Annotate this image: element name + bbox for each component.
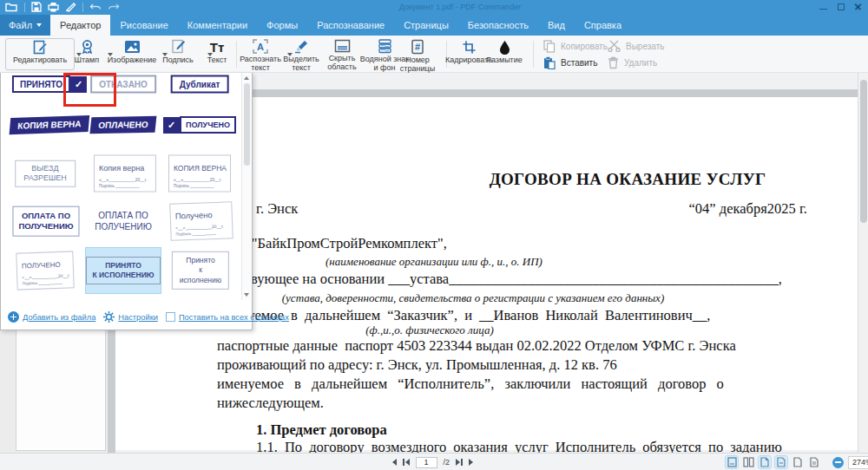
stamp-oplata-po-polucheniyu-plain[interactable]: ОПЛАТА ПОПОЛУЧЕНИЮ <box>95 210 152 232</box>
save-icon[interactable] <box>31 2 42 12</box>
pdf-editor-window: Документ 1.pdf - PDF Commander Файл Реда… <box>0 0 868 470</box>
delete-button: Удалить <box>608 56 657 69</box>
two-page-view-icon[interactable] <box>742 456 754 468</box>
maximize-button[interactable] <box>836 2 845 11</box>
tab-help[interactable]: Справка <box>575 15 631 36</box>
copy-button: Копировать <box>543 40 608 53</box>
open-file-icon[interactable] <box>5 2 18 12</box>
signature-button[interactable]: Подпись <box>158 37 198 71</box>
add-from-file-link[interactable]: Добавить из файла <box>8 311 95 323</box>
apply-all-pages-option[interactable]: Поставить на всех страницах <box>166 312 289 322</box>
fit-width-icon[interactable] <box>775 456 787 468</box>
stamp-prinyato-k-ispolneniyu[interactable]: Приняток исполнению <box>172 251 229 290</box>
divider <box>533 41 534 68</box>
cut-button: Вырезать <box>608 40 664 52</box>
blur-button[interactable]: Размытие <box>483 37 526 71</box>
stamp-kopiya-verna-caps-date[interactable]: КОПИЯ ВЕРНА«__»___________20__г.Подпись … <box>168 155 231 193</box>
executor-line-2: нижеследующем. <box>217 395 324 412</box>
stamp-oplacheno[interactable]: ОПЛАЧЕНО <box>89 116 156 134</box>
signature-icon <box>171 39 186 55</box>
print-icon[interactable] <box>48 2 59 12</box>
close-button[interactable] <box>853 2 863 11</box>
stamp-dublikat[interactable]: Дубликат <box>171 75 229 94</box>
edit-document-icon <box>32 40 48 55</box>
stamps-dropdown-panel: ПРИНЯТО ✓ ОТКАЗАНО Дубликат КОПИЯ ВЕРНА … <box>0 73 253 330</box>
panel-scroll-thumb[interactable] <box>244 83 250 166</box>
tab-pages[interactable]: Страницы <box>394 15 458 36</box>
stamp-prinyato-k-ispolneniyu-selected[interactable]: ПРИНЯТОК ИСПОЛНЕНИЮ <box>85 247 161 294</box>
passport-line: паспортные данные паспорт 4503 223344 вы… <box>217 337 736 355</box>
tab-comments[interactable]: Комментарии <box>178 15 257 36</box>
previous-page-icon[interactable] <box>392 459 397 466</box>
contract-date: “04” декабря2025 г. <box>575 200 807 218</box>
tab-editor[interactable]: Редактор <box>50 15 110 36</box>
zoom-out-button[interactable] <box>832 457 844 468</box>
text-button[interactable]: Tт Текст <box>199 37 235 71</box>
recognize-text-button[interactable]: A Распознать текст <box>238 37 283 71</box>
copy-icon <box>543 40 556 53</box>
scrollbar-thumb[interactable] <box>860 80 867 223</box>
divider <box>24 3 25 12</box>
scissors-icon <box>608 40 621 52</box>
recognize-text-icon: A <box>253 39 268 54</box>
tab-view[interactable]: Вид <box>538 15 575 36</box>
tab-recognition[interactable]: Распознавание <box>307 15 394 36</box>
page-info-icon[interactable] <box>808 456 820 468</box>
title-bar: Документ 1.pdf - PDF Commander <box>0 0 868 15</box>
add-icon <box>8 311 19 323</box>
tab-drawing[interactable]: Рисование <box>110 15 177 36</box>
menu-tab-bar: Файл Редактор Рисование Комментарии Форм… <box>0 15 868 36</box>
stamp-button[interactable]: Штамп <box>68 37 106 71</box>
all-pages-checkbox[interactable] <box>166 312 175 322</box>
selected-stamp-highlight: ПРИНЯТОК ИСПОЛНЕНИЮ <box>85 247 161 294</box>
first-page-icon[interactable] <box>403 459 410 466</box>
stamp-prinyato[interactable]: ПРИНЯТО ✓ <box>12 75 87 93</box>
zoom-level-select[interactable]: 274% <box>848 456 868 469</box>
page-number-icon: # <box>411 39 424 55</box>
trash-icon <box>608 56 619 69</box>
edit-mode-button[interactable]: Редактировать <box>7 37 73 71</box>
stamp-polucheno-date[interactable]: Получено«__»___________20__г.Подпись ___… <box>169 201 233 240</box>
stamp-kopiya-verna[interactable]: КОПИЯ ВЕРНА <box>10 115 90 134</box>
paste-button[interactable]: Вставить <box>543 56 597 69</box>
actual-size-icon[interactable] <box>792 456 804 468</box>
crop-icon <box>462 40 477 55</box>
basis-line: действующее на основании ___устава______… <box>217 271 816 288</box>
next-page-icon[interactable] <box>469 459 473 466</box>
stamp-polucheno-caps-date[interactable]: ПОЛУЧЕНО«__»___________20__г.Подпись ___… <box>16 251 74 290</box>
last-page-icon[interactable] <box>456 459 463 466</box>
vertical-scrollbar[interactable] <box>858 73 868 453</box>
scan-icon[interactable] <box>65 2 76 12</box>
tab-forms[interactable]: Формы <box>257 15 307 36</box>
executor-line-1: именуемое в дальнейшем “Исполнитель”, за… <box>217 375 724 393</box>
stamp-oplata-po-polucheniyu-border[interactable]: ОПЛАТА ПОПОЛУЧЕНИЮ <box>12 206 79 237</box>
tab-security[interactable]: Безопасность <box>458 15 538 36</box>
svg-text:A: A <box>257 42 264 52</box>
window-title: Документ 1.pdf - PDF Commander <box>365 3 556 11</box>
undo-icon[interactable] <box>89 3 102 12</box>
page-number-button[interactable]: # Номер страницы <box>396 37 439 71</box>
basis-caption: (устава, доверенности, свидетельства о р… <box>217 291 729 305</box>
scroll-up-icon[interactable] <box>244 76 249 80</box>
check-icon: ✓ <box>163 117 180 134</box>
stamp-otkazano[interactable]: ОТКАЗАНО <box>90 75 156 94</box>
highlight-text-button[interactable]: Выделить текст <box>278 37 325 71</box>
fit-page-icon[interactable] <box>759 456 771 468</box>
scroll-down-icon[interactable] <box>244 293 249 297</box>
panel-scrollbar[interactable] <box>241 73 251 300</box>
section-1-heading: 1. Предмет договора <box>256 421 387 439</box>
stamp-kopiya-verna-date[interactable]: Копия верна«__»___________20__г.Подпись … <box>94 155 156 193</box>
single-page-view-icon[interactable] <box>726 456 738 468</box>
page-total-label: /2 <box>444 458 450 467</box>
page-number-input[interactable] <box>416 457 437 468</box>
redo-icon[interactable] <box>108 3 120 12</box>
ribbon-toolbar: Редактировать Штамп Изображение Подпись … <box>0 36 868 73</box>
hide-area-icon <box>334 39 351 53</box>
image-button[interactable]: Изображение <box>105 37 159 71</box>
highlighter-icon <box>293 39 309 54</box>
tab-file[interactable]: Файл <box>0 15 50 36</box>
settings-link[interactable]: Настройки <box>103 311 158 323</box>
stamp-vyezd-razreshen[interactable]: ВЫЕЗДРАЗРЕШЕН <box>15 160 76 187</box>
minimize-button[interactable] <box>819 2 828 11</box>
stamp-polucheno-check[interactable]: ✓ ПОЛУЧЕНО <box>163 116 236 134</box>
